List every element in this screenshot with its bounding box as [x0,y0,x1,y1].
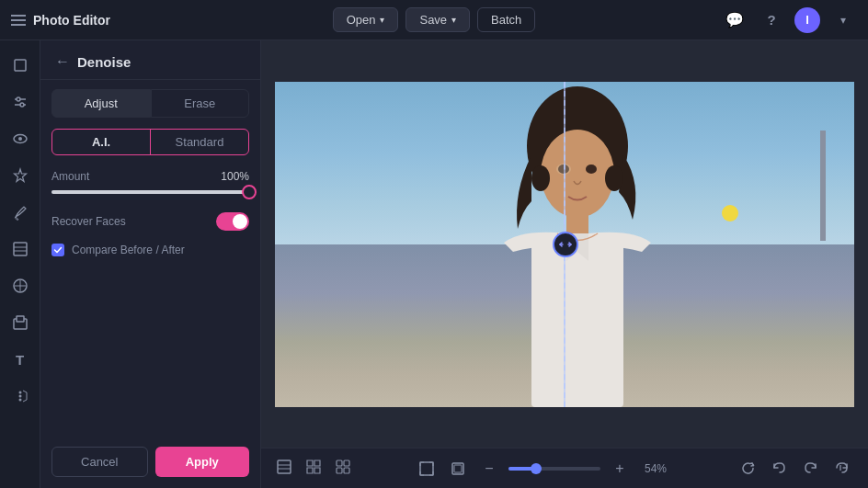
comment-button[interactable]: 💬 [721,6,748,34]
sidebar-item-effects[interactable] [5,160,36,191]
split-handle[interactable] [553,232,578,257]
amount-unit: % [239,170,249,183]
sidebar-item-text[interactable]: T [5,344,36,375]
svg-rect-39 [454,465,462,472]
undo-icon [771,460,787,476]
svg-point-29 [605,165,623,191]
expand-button[interactable]: ▾ [829,6,857,34]
sidebar-item-adjust[interactable] [5,86,36,118]
svg-point-3 [17,97,20,101]
sidebar-item-crop[interactable] [5,50,36,81]
svg-marker-7 [14,169,26,182]
open-chevron-icon: ▾ [380,15,384,25]
svg-point-6 [18,137,22,141]
avatar-initial: I [805,13,809,27]
forward-icon [834,460,850,476]
yellow-object [722,205,738,221]
sidebar-item-layers[interactable] [5,233,36,265]
mode-standard-button[interactable]: Standard [151,130,248,154]
batch-label: Batch [491,13,521,27]
sidebar-item-stickers[interactable] [5,270,36,301]
redo-icon [803,460,818,476]
forward-button[interactable] [829,457,853,481]
open-button[interactable]: Open ▾ [333,7,399,32]
recover-faces-toggle[interactable] [216,212,249,231]
topbar-center: Open ▾ Save ▾ Batch [333,7,536,32]
crop-fit-icon [451,461,465,476]
topbar-left: Photo Editor [11,13,326,28]
help-icon: ? [767,12,775,28]
sidebar-item-more[interactable] [5,380,36,412]
batch-button[interactable]: Batch [477,7,535,32]
effects-icon [12,167,29,184]
save-button[interactable]: Save ▾ [405,7,470,32]
sidebar-item-brush[interactable] [5,197,36,228]
layers-bottom-icon[interactable] [276,459,292,478]
cancel-button[interactable]: Cancel [51,447,148,477]
sidebar-item-export[interactable] [5,307,36,338]
amount-value: 100% [221,170,249,183]
toggle-knob [233,214,247,229]
open-label: Open [347,13,376,27]
avatar[interactable]: I [794,7,820,33]
svg-rect-36 [344,468,349,473]
svg-rect-8 [14,243,27,255]
tab-bar: Adjust Erase [40,80,260,118]
back-arrow-icon: ← [55,53,70,70]
mode-bar: A.I. Standard [51,129,249,155]
zoom-crop-button[interactable] [446,457,470,481]
compare-checkbox[interactable] [51,244,64,256]
zoom-slider-thumb[interactable] [531,463,542,474]
bottom-bar: − + 54% [261,448,868,488]
eye-icon [12,131,29,147]
panel-title: Denoise [77,54,131,70]
back-button[interactable]: ← [55,53,70,70]
checkmark-icon [53,245,63,255]
help-button[interactable]: ? [758,6,785,34]
mode-standard-label: Standard [176,135,224,149]
tab-adjust[interactable]: Adjust [51,89,151,118]
svg-rect-15 [17,316,24,322]
menu-icon[interactable] [11,15,26,26]
chevron-down-icon: ▾ [840,14,846,27]
image-container [261,40,868,448]
redo-button[interactable] [798,457,822,481]
plus-icon: + [615,460,623,477]
bottom-left [276,459,351,478]
apply-button[interactable]: Apply [155,447,250,477]
zoom-slider[interactable] [508,467,600,471]
split-line [564,82,565,407]
crop-icon [12,57,29,74]
svg-rect-0 [15,60,26,71]
more-icon [12,388,29,404]
svg-rect-37 [420,462,433,475]
zoom-minus-button[interactable]: − [477,457,501,481]
photo-wrapper [275,82,854,407]
stickers-icon [12,278,29,294]
save-label: Save [419,13,447,27]
svg-point-4 [20,103,24,107]
undo-button[interactable] [767,457,791,481]
zoom-plus-button[interactable]: + [608,457,632,481]
svg-point-16 [18,392,21,394]
save-chevron-icon: ▾ [451,15,456,25]
icon-sidebar: T [0,40,40,488]
svg-rect-34 [344,460,349,466]
sidebar-item-preview[interactable] [5,123,36,154]
svg-rect-35 [337,468,342,473]
recover-faces-row: Recover Faces [40,207,260,236]
tiles-bottom-icon[interactable] [335,459,351,478]
slider-row: Amount 100% [51,170,249,183]
refresh-button[interactable] [736,457,760,481]
tab-erase[interactable]: Erase [151,89,250,118]
svg-point-28 [531,165,550,191]
mode-ai-button[interactable]: A.I. [52,130,151,154]
amount-slider-track[interactable] [51,190,249,194]
recover-faces-label: Recover Faces [51,215,126,228]
compare-label: Compare Before / After [72,244,185,256]
zoom-fit-button[interactable] [415,457,439,481]
mode-ai-label: A.I. [92,135,110,149]
grid-bottom-icon[interactable] [305,459,322,478]
minus-icon: − [485,460,493,477]
export-icon [12,314,29,331]
